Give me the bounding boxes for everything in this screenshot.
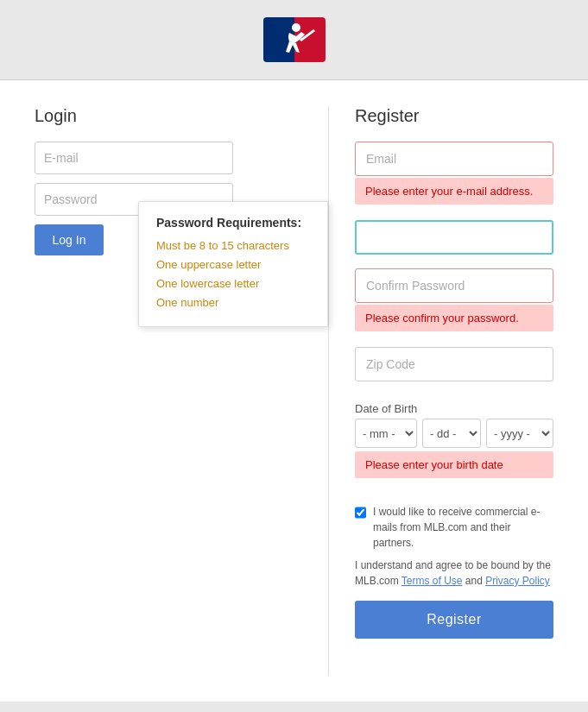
login-button[interactable]: Log In (35, 224, 104, 255)
login-section: Login Log In Password Requirements: Must… (35, 106, 319, 676)
req-item-3: One number (156, 293, 310, 312)
confirm-password-error: Please confirm your password. (355, 305, 553, 331)
req-item-1: One uppercase letter (156, 255, 310, 274)
email-error: Please enter your e-mail address. (355, 178, 553, 205)
dob-day-select[interactable]: - dd - 0102030405 0607080910 1112131415 … (422, 419, 481, 448)
password-field-group (355, 220, 553, 261)
svg-point-0 (292, 23, 300, 32)
terms-and: and (462, 575, 485, 587)
register-title: Register (355, 106, 553, 126)
register-section: Register Please enter your e-mail addres… (329, 106, 553, 676)
dob-row: - mm - 01020304 05060708 09101112 - dd -… (355, 419, 553, 448)
header (0, 0, 588, 80)
req-title: Password Requirements: (156, 216, 310, 230)
zip-field-group (355, 347, 553, 388)
mlb-logo (263, 16, 326, 64)
terms-of-use-link[interactable]: Terms of Use (401, 575, 463, 587)
dob-error: Please enter your birth date (355, 451, 553, 478)
email-opt-in-row: I would like to receive commercial e-mai… (355, 504, 553, 551)
email-opt-in-label: I would like to receive commercial e-mai… (373, 504, 553, 551)
dob-label: Date of Birth (355, 402, 553, 415)
email-opt-in-checkbox[interactable] (355, 507, 366, 519)
req-item-2: One lowercase letter (156, 274, 310, 293)
email-field-group: Please enter your e-mail address. (355, 142, 553, 213)
password-requirements-tooltip: Password Requirements: Must be 8 to 15 c… (138, 201, 328, 327)
dob-month-select[interactable]: - mm - 01020304 05060708 09101112 (355, 419, 417, 448)
zip-input[interactable] (355, 347, 553, 381)
login-title: Login (35, 106, 302, 126)
confirm-password-field-group: Please confirm your password. (355, 268, 553, 340)
register-email-input[interactable] (355, 142, 553, 176)
login-email-input[interactable] (35, 142, 233, 174)
register-form: Please enter your e-mail address. Please… (355, 142, 553, 639)
register-button[interactable]: Register (355, 601, 553, 639)
privacy-policy-link[interactable]: Privacy Policy (485, 575, 550, 587)
req-item-0: Must be 8 to 15 characters (156, 236, 310, 255)
terms-row: I understand and agree to be bound by th… (355, 558, 553, 589)
dob-year-select[interactable]: - yyyy - (486, 419, 553, 448)
main-content: Login Log In Password Requirements: Must… (0, 80, 588, 702)
register-password-input[interactable] (355, 220, 553, 255)
register-confirm-password-input[interactable] (355, 268, 553, 303)
dob-field-group: Date of Birth - mm - 01020304 05060708 0… (355, 395, 553, 487)
